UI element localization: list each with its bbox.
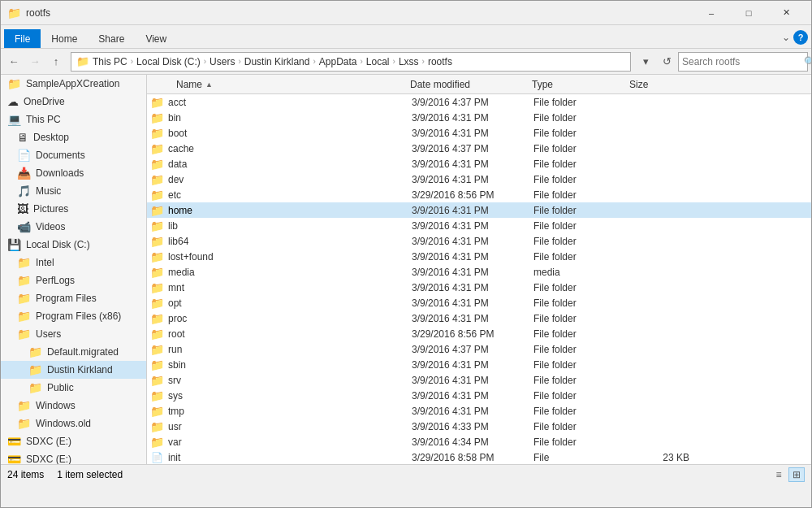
- sidebar-label-music: Music: [36, 185, 61, 197]
- table-row[interactable]: 📁home3/9/2016 4:31 PMFile folder: [147, 202, 811, 218]
- breadcrumb-rootfs[interactable]: rootfs: [428, 56, 452, 67]
- title-bar-icon: 📁: [7, 7, 21, 20]
- maximize-button[interactable]: □: [730, 1, 767, 25]
- sidebar-item-documents[interactable]: 📄Documents: [1, 146, 146, 164]
- table-row[interactable]: 📁data3/9/2016 4:31 PMFile folder: [147, 156, 811, 172]
- close-button[interactable]: ✕: [767, 1, 805, 25]
- table-row[interactable]: 📁root3/29/2016 8:56 PMFile folder: [147, 326, 811, 341]
- table-row[interactable]: 📁opt3/9/2016 4:31 PMFile folder: [147, 295, 811, 310]
- sidebar-item-this-pc[interactable]: 💻This PC: [1, 111, 146, 128]
- breadcrumb-this-pc[interactable]: This PC: [93, 56, 127, 67]
- table-row[interactable]: 📁lib643/9/2016 4:31 PMFile folder: [147, 233, 811, 249]
- col-header-name[interactable]: Name ▲: [150, 79, 410, 90]
- table-row[interactable]: 📁cache3/9/2016 4:37 PMFile folder: [147, 141, 811, 156]
- tab-home[interactable]: Home: [41, 29, 88, 48]
- table-row[interactable]: 📁sbin3/9/2016 4:31 PMFile folder: [147, 357, 811, 372]
- file-name: mnt: [168, 282, 412, 293]
- ribbon: File Home Share View ⌄ ?: [1, 25, 811, 49]
- folder-icon: 📁: [150, 235, 163, 248]
- table-row[interactable]: 📁etc3/29/2016 8:56 PMFile folder: [147, 187, 811, 202]
- sidebar-item-perflogs[interactable]: 📁PerfLogs: [1, 271, 146, 289]
- sidebar-item-sample-app[interactable]: 📁SampleAppXCreation: [1, 75, 146, 93]
- sidebar-item-videos[interactable]: 📹Videos: [1, 218, 146, 236]
- folder-icon: 📁: [150, 266, 163, 279]
- table-row[interactable]: 📁media3/9/2016 4:31 PMmedia: [147, 264, 811, 280]
- table-row[interactable]: 📁acct3/9/2016 4:37 PMFile folder: [147, 94, 811, 110]
- sidebar-item-users[interactable]: 📁Users: [1, 325, 146, 343]
- file-name: dev: [168, 174, 412, 185]
- sidebar-item-desktop[interactable]: 🖥Desktop: [1, 128, 146, 146]
- sidebar-item-intel[interactable]: 📁Intel: [1, 254, 146, 271]
- breadcrumb-users[interactable]: Users: [209, 56, 235, 67]
- sidebar-label-program-files-x86: Program Files (x86): [36, 310, 121, 322]
- sidebar-icon-sdxc-e2: 💳: [7, 453, 21, 464]
- refresh-button[interactable]: ↺: [657, 52, 676, 72]
- col-header-size[interactable]: Size: [629, 79, 694, 90]
- tab-view[interactable]: View: [135, 29, 177, 48]
- folder-icon: 📁: [150, 374, 163, 387]
- tab-file[interactable]: File: [4, 29, 41, 48]
- breadcrumb-appdata[interactable]: AppData: [319, 56, 357, 67]
- sidebar-item-downloads[interactable]: 📥Downloads: [1, 164, 146, 182]
- table-row[interactable]: 📁srv3/9/2016 4:31 PMFile folder: [147, 372, 811, 388]
- table-row[interactable]: 📄init3/29/2016 8:58 PMFile23 KB: [147, 449, 811, 464]
- sidebar-item-sdxc-e1[interactable]: 💳SDXC (E:): [1, 432, 146, 450]
- sidebar-icon-windows-old: 📁: [17, 417, 31, 430]
- dropdown-button[interactable]: ▾: [636, 52, 655, 72]
- table-row[interactable]: 📁boot3/9/2016 4:31 PMFile folder: [147, 125, 811, 141]
- file-name: lost+found: [168, 251, 412, 263]
- sidebar-item-default-migrated[interactable]: 📁Default.migrated: [1, 343, 146, 361]
- forward-button[interactable]: →: [25, 52, 45, 72]
- sidebar-item-public[interactable]: 📁Public: [1, 379, 146, 397]
- table-row[interactable]: 📁dev3/9/2016 4:31 PMFile folder: [147, 172, 811, 187]
- search-input[interactable]: [682, 56, 804, 67]
- file-type: File folder: [533, 143, 631, 154]
- sidebar-item-program-files[interactable]: 📁Program Files: [1, 289, 146, 307]
- back-button[interactable]: ←: [4, 52, 24, 72]
- breadcrumb-local[interactable]: Local: [366, 56, 390, 67]
- sidebar-item-program-files-x86[interactable]: 📁Program Files (x86): [1, 307, 146, 325]
- breadcrumb-lxss[interactable]: Lxss: [399, 56, 419, 67]
- sidebar-icon-desktop: 🖥: [17, 131, 28, 144]
- table-row[interactable]: 📁proc3/9/2016 4:31 PMFile folder: [147, 310, 811, 326]
- table-row[interactable]: 📁run3/9/2016 4:37 PMFile folder: [147, 341, 811, 357]
- tab-share[interactable]: Share: [88, 29, 135, 48]
- sidebar-item-music[interactable]: 🎵Music: [1, 182, 146, 200]
- sidebar-label-public: Public: [47, 382, 74, 393]
- sidebar-label-users: Users: [36, 328, 61, 340]
- sidebar-item-sdxc-e2[interactable]: 💳SDXC (E:): [1, 450, 146, 464]
- table-row[interactable]: 📁tmp3/9/2016 4:31 PMFile folder: [147, 403, 811, 419]
- folder-icon: 📁: [150, 127, 163, 140]
- sidebar-item-windows[interactable]: 📁Windows: [1, 397, 146, 415]
- list-view-button[interactable]: ⊞: [788, 467, 805, 482]
- sidebar-icon-perflogs: 📁: [17, 274, 31, 287]
- table-row[interactable]: 📁bin3/9/2016 4:31 PMFile folder: [147, 110, 811, 125]
- sidebar-item-pictures[interactable]: 🖼Pictures: [1, 200, 146, 218]
- navigation-toolbar: ← → ↑ 📁 This PC › Local Disk (C:) › User…: [1, 49, 811, 75]
- folder-icon: 📁: [150, 281, 163, 294]
- ribbon-collapse-icon[interactable]: ⌄: [782, 32, 790, 43]
- sidebar-item-dustin-kirkland[interactable]: 📁Dustin Kirkland: [1, 361, 146, 379]
- file-type: File folder: [533, 128, 631, 139]
- breadcrumb-dustin-kirkland[interactable]: Dustin Kirkland: [244, 56, 310, 67]
- title-bar-text: rootfs: [26, 7, 693, 19]
- help-icon[interactable]: ?: [793, 30, 808, 45]
- table-row[interactable]: 📁usr3/9/2016 4:33 PMFile folder: [147, 419, 811, 434]
- table-row[interactable]: 📁sys3/9/2016 4:31 PMFile folder: [147, 388, 811, 403]
- sidebar-item-windows-old[interactable]: 📁Windows.old: [1, 415, 146, 432]
- up-button[interactable]: ↑: [46, 52, 66, 72]
- breadcrumb-local-disk[interactable]: Local Disk (C:): [136, 56, 201, 67]
- table-row[interactable]: 📁lib3/9/2016 4:31 PMFile folder: [147, 218, 811, 233]
- col-header-type[interactable]: Type: [532, 79, 629, 90]
- file-name: cache: [168, 143, 412, 154]
- sidebar-item-onedrive[interactable]: ☁OneDrive: [1, 93, 146, 111]
- details-view-button[interactable]: ≡: [771, 467, 787, 482]
- col-header-date[interactable]: Date modified: [410, 79, 532, 90]
- table-row[interactable]: 📁lost+found3/9/2016 4:31 PMFile folder: [147, 249, 811, 264]
- table-row[interactable]: 📁mnt3/9/2016 4:31 PMFile folder: [147, 280, 811, 295]
- sidebar-item-local-disk-c[interactable]: 💾Local Disk (C:): [1, 236, 146, 254]
- folder-icon: 📁: [150, 111, 163, 124]
- table-row[interactable]: 📁var3/9/2016 4:34 PMFile folder: [147, 434, 811, 449]
- file-name: acct: [168, 97, 412, 108]
- minimize-button[interactable]: –: [693, 1, 730, 25]
